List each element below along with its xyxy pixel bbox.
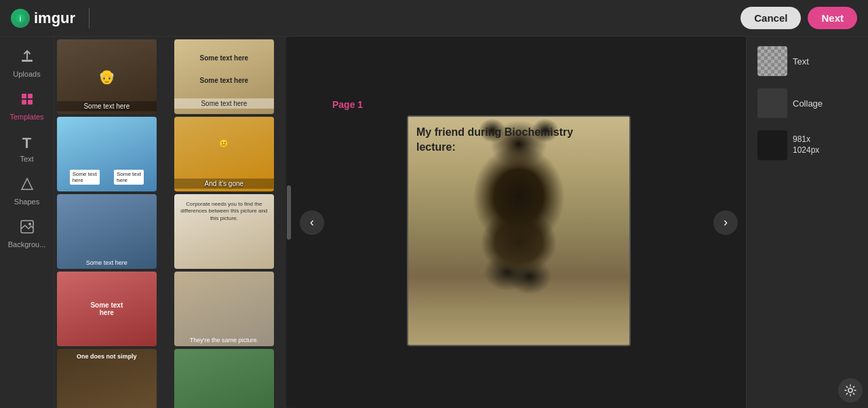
templates-icon <box>20 92 35 110</box>
sidebar-item-templates[interactable]: Templates <box>3 86 51 126</box>
svg-text:i: i <box>20 15 22 22</box>
next-button[interactable]: Next <box>808 7 857 29</box>
canvas-nav-right-button[interactable]: › <box>713 210 738 235</box>
canvas-nav-left-button[interactable]: ‹ <box>300 210 324 235</box>
size-thumb <box>757 130 787 160</box>
canvas-caption-line2: lecture: <box>416 141 456 153</box>
shapes-label: Shapes <box>14 198 39 206</box>
text-label: Text <box>20 155 33 163</box>
template-thumb-6[interactable]: Corporate needs you to find the differen… <box>174 194 274 269</box>
template-thumb-3[interactable]: Some texthere Some texthere <box>57 117 157 191</box>
template-panel: 👴 Some text here Some text here Some tex… <box>54 37 292 408</box>
backgrounds-icon <box>20 219 35 238</box>
topbar-actions: Cancel Next <box>741 7 857 29</box>
collage-thumb <box>757 88 787 118</box>
sidebar-item-text[interactable]: T Text <box>3 129 51 168</box>
svg-marker-7 <box>22 179 33 189</box>
template-thumb-5[interactable]: Some text here <box>57 194 157 269</box>
template-thumb-4[interactable]: 😐 And it's gone <box>174 117 274 191</box>
main-layout: Uploads Templates T Text Sh <box>0 37 868 408</box>
sidebar-item-shapes[interactable]: Shapes <box>3 171 51 211</box>
left-sidebar: Uploads Templates T Text Sh <box>0 37 54 408</box>
topbar-left: i imgur <box>11 8 96 29</box>
settings-icon <box>844 384 856 396</box>
right-sidebar: Text Collage 981x1024px <box>746 37 868 408</box>
svg-point-10 <box>848 388 852 392</box>
text-thumb <box>757 46 787 76</box>
svg-rect-4 <box>28 94 33 98</box>
templates-label: Templates <box>9 113 43 121</box>
canvas-area: ‹ › Page 1 My friend during Biochemistry… <box>292 37 746 408</box>
canvas-frame[interactable]: My friend during Biochemistry lecture: <box>407 115 631 346</box>
cancel-button[interactable]: Cancel <box>741 7 801 29</box>
template-scrollbar[interactable] <box>286 37 292 408</box>
shapes-icon <box>20 177 35 195</box>
imgur-logo: i imgur <box>11 9 75 28</box>
svg-point-9 <box>28 223 31 225</box>
template-scrollbar-thumb <box>287 185 291 240</box>
svg-rect-6 <box>28 100 33 105</box>
sidebar-item-uploads[interactable]: Uploads <box>3 43 51 84</box>
topbar: i imgur Cancel Next <box>0 0 868 37</box>
backgrounds-label: Backgrou... <box>8 240 46 248</box>
logo-text: imgur <box>34 10 75 27</box>
right-panel-size-label: 981x1024px <box>793 134 819 155</box>
svg-rect-3 <box>22 94 26 98</box>
right-panel-item-size[interactable]: 981x1024px <box>752 126 863 164</box>
right-spacer <box>752 168 863 374</box>
svg-rect-5 <box>22 100 26 105</box>
text-icon: T <box>22 134 31 152</box>
right-panel-item-text[interactable]: Text <box>752 42 863 80</box>
sidebar-item-backgrounds[interactable]: Backgrou... <box>3 214 51 254</box>
template-thumb-10[interactable]: Some text here <box>174 349 274 408</box>
template-thumb-7[interactable]: Some texthere <box>57 272 157 346</box>
svg-rect-2 <box>22 60 33 62</box>
template-grid: 👴 Some text here Some text here Some tex… <box>57 39 289 408</box>
template-thumb-1[interactable]: 👴 Some text here <box>57 39 157 114</box>
uploads-label: Uploads <box>13 70 40 78</box>
logo-icon: i <box>11 9 30 28</box>
right-panel-item-collage[interactable]: Collage <box>752 84 863 122</box>
uploads-icon <box>20 49 35 67</box>
right-panel-text-label: Text <box>793 56 809 67</box>
template-thumb-9[interactable]: One does not simply Some text here <box>57 349 157 408</box>
canvas-image: My friend during Biochemistry lecture: <box>408 117 629 345</box>
canvas-caption-line1: My friend during Biochemistry <box>416 126 573 138</box>
canvas-text[interactable]: My friend during Biochemistry lecture: <box>416 125 573 155</box>
topbar-divider <box>89 8 90 29</box>
right-panel-collage-label: Collage <box>793 98 823 109</box>
template-thumb-8[interactable]: They're the same picture. <box>174 272 274 346</box>
page-label: Page 1 <box>332 99 363 110</box>
settings-button[interactable] <box>838 378 863 403</box>
template-thumb-2[interactable]: Some text here Some text here Some text … <box>174 39 274 114</box>
